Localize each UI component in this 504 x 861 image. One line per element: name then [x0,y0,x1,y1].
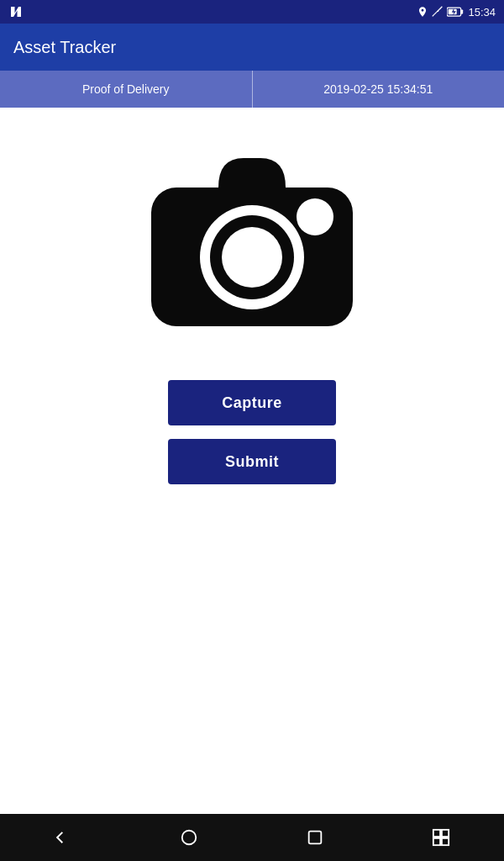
recents-icon [306,828,324,847]
svg-rect-12 [433,830,440,837]
home-icon [180,828,198,847]
status-bar: 15:34 [0,0,504,24]
battery-icon [447,7,464,17]
svg-marker-9 [56,832,70,843]
bottom-nav [0,814,504,861]
recents-button[interactable] [290,821,340,854]
svg-rect-15 [442,838,449,845]
main-content: Capture Submit [0,108,504,814]
timestamp-label: 2019-02-25 15:34:51 [323,82,433,96]
svg-point-7 [222,227,282,288]
screenshot-button[interactable] [416,821,466,854]
sub-header-right: 2019-02-25 15:34:51 [253,82,505,96]
location-icon [417,6,428,18]
status-icons [417,6,464,18]
home-button[interactable] [164,821,214,854]
app-logo-icon [8,4,24,19]
svg-point-10 [182,831,197,845]
sub-header-left: Proof of Delivery [0,71,253,108]
camera-icon [134,141,370,335]
back-icon [54,828,72,847]
proof-of-delivery-label: Proof of Delivery [82,82,169,96]
status-time: 15:34 [468,6,496,18]
app-bar-title: Asset Tracker [13,38,116,57]
svg-rect-13 [442,830,449,837]
capture-button[interactable]: Capture [168,380,336,425]
svg-rect-1 [461,10,464,14]
submit-button[interactable]: Submit [168,439,336,484]
camera-icon-container [134,141,370,338]
signal-off-icon [432,6,444,18]
back-button[interactable] [38,821,88,854]
app-bar: Asset Tracker [0,24,504,71]
grid-icon [432,828,450,847]
svg-rect-14 [433,838,440,845]
status-right-area: 15:34 [417,6,496,18]
svg-point-8 [297,198,333,235]
svg-rect-11 [309,832,322,844]
sub-header: Proof of Delivery 2019-02-25 15:34:51 [0,71,504,108]
status-logo-area [8,4,24,19]
